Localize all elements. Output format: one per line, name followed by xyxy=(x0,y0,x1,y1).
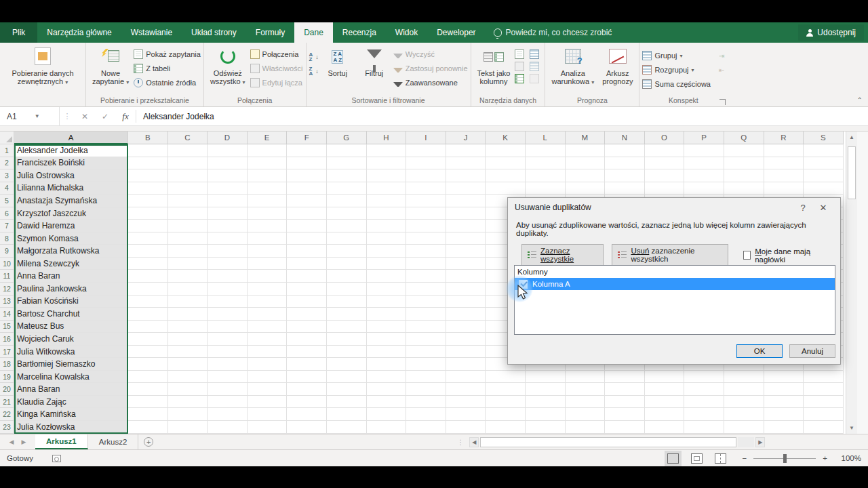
column-header-c[interactable]: C xyxy=(168,131,208,144)
grid-cell-a7[interactable]: Dawid Haremza xyxy=(14,220,128,232)
grid-cell-f21[interactable] xyxy=(287,396,327,409)
tab-splitter-icon[interactable]: ⋮ xyxy=(457,434,464,449)
grid-cell-j16[interactable] xyxy=(446,333,486,346)
grid-cell-j3[interactable] xyxy=(446,169,486,182)
grid-cell-e7[interactable] xyxy=(248,220,288,232)
grid-cell-a8[interactable]: Szymon Komasa xyxy=(14,232,128,245)
grid-cell-e1[interactable] xyxy=(248,144,288,157)
grid-cell-g19[interactable] xyxy=(327,371,367,384)
grid-cell-g16[interactable] xyxy=(327,333,367,346)
grid-cell-s19[interactable] xyxy=(804,371,844,384)
grid-cell-i4[interactable] xyxy=(406,182,446,195)
refresh-all-button[interactable]: Odśwież wszystko ▾ xyxy=(207,45,249,94)
grid-cell-b7[interactable] xyxy=(128,220,168,232)
grid-cell-i15[interactable] xyxy=(406,321,446,333)
grid-cell-l4[interactable] xyxy=(526,182,566,195)
grid-cell-c6[interactable] xyxy=(168,207,208,220)
grid-cell-h22[interactable] xyxy=(367,408,407,421)
grid-cell-e21[interactable] xyxy=(248,396,288,409)
grid-cell-e16[interactable] xyxy=(248,333,288,346)
column-header-p[interactable]: P xyxy=(684,131,724,144)
grid-cell-i23[interactable] xyxy=(406,421,446,434)
grid-cell-b17[interactable] xyxy=(128,346,168,359)
grid-cell-o19[interactable] xyxy=(645,371,685,384)
column-header-e[interactable]: E xyxy=(248,131,288,144)
grid-cell-g5[interactable] xyxy=(327,195,367,207)
grid-cell-k2[interactable] xyxy=(486,157,526,170)
grid-cell-d17[interactable] xyxy=(208,346,248,359)
manage-data-model-icon[interactable] xyxy=(515,74,524,83)
grid-cell-e5[interactable] xyxy=(248,195,288,207)
grid-cell-h4[interactable] xyxy=(367,182,407,195)
grid-cell-d2[interactable] xyxy=(208,157,248,170)
grid-cell-i9[interactable] xyxy=(406,245,446,258)
grid-cell-k19[interactable] xyxy=(486,371,526,384)
grid-cell-a17[interactable]: Julia Witkowska xyxy=(14,346,128,359)
unselect-all-button[interactable]: Usuń zaznaczenie wszystkich xyxy=(612,244,728,266)
grid-cell-n23[interactable] xyxy=(605,421,645,434)
grid-cell-q1[interactable] xyxy=(724,144,764,157)
grid-cell-j14[interactable] xyxy=(446,308,486,321)
grid-cell-g20[interactable] xyxy=(327,383,367,396)
outline-dialog-launcher-icon[interactable] xyxy=(719,99,726,105)
forecast-sheet-button[interactable]: Arkusz prognozy xyxy=(599,45,636,94)
grid-cell-j10[interactable] xyxy=(446,258,486,270)
grid-cell-f18[interactable] xyxy=(287,358,327,371)
grid-cell-q23[interactable] xyxy=(724,421,764,434)
remove-duplicates-icon[interactable] xyxy=(530,49,539,59)
grid-cell-q4[interactable] xyxy=(724,182,764,195)
grid-cell-a21[interactable]: Klaudia Zając xyxy=(14,396,128,409)
grid-cell-h11[interactable] xyxy=(367,270,407,283)
grid-cell-f23[interactable] xyxy=(287,421,327,434)
grid-cell-i18[interactable] xyxy=(406,358,446,371)
grid-cell-a6[interactable]: Krzysztof Jaszczuk xyxy=(14,207,128,220)
grid-cell-k3[interactable] xyxy=(486,169,526,182)
collapse-ribbon-icon[interactable]: ⌃ xyxy=(857,96,863,104)
row-header-17[interactable]: 17 xyxy=(0,346,14,359)
row-header-18[interactable]: 18 xyxy=(0,358,14,371)
grid-cell-o23[interactable] xyxy=(645,421,685,434)
grid-cell-e13[interactable] xyxy=(248,296,288,308)
grid-cell-i14[interactable] xyxy=(406,308,446,321)
grid-cell-f10[interactable] xyxy=(287,258,327,270)
column-header-q[interactable]: Q xyxy=(724,131,764,144)
row-header-1[interactable]: 1 xyxy=(0,144,14,157)
grid-cell-s22[interactable] xyxy=(804,408,844,421)
grid-cell-h12[interactable] xyxy=(367,283,407,296)
grid-cell-n1[interactable] xyxy=(605,144,645,157)
column-header-g[interactable]: G xyxy=(327,131,367,144)
tab-plik[interactable]: Plik xyxy=(0,22,37,43)
grid-cell-g11[interactable] xyxy=(327,270,367,283)
horizontal-scrollbar[interactable]: ◀ ▶ xyxy=(469,434,765,449)
grid-cell-q2[interactable] xyxy=(724,157,764,170)
grid-cell-d19[interactable] xyxy=(208,371,248,384)
column-header-j[interactable]: J xyxy=(446,131,486,144)
zoom-slider[interactable] xyxy=(753,458,816,459)
grid-cell-r1[interactable] xyxy=(764,144,804,157)
grid-cell-q3[interactable] xyxy=(724,169,764,182)
group-button[interactable]: Grupuj ▾ xyxy=(642,49,711,62)
grid-cell-p2[interactable] xyxy=(684,157,724,170)
grid-cell-g2[interactable] xyxy=(327,157,367,170)
grid-cell-b14[interactable] xyxy=(128,308,168,321)
grid-cell-b15[interactable] xyxy=(128,321,168,333)
grid-cell-c11[interactable] xyxy=(168,270,208,283)
grid-cell-j22[interactable] xyxy=(446,408,486,421)
get-external-data-button[interactable]: Pobieranie danych zewnętrznych ▾ xyxy=(3,45,83,94)
grid-cell-a3[interactable]: Julia Ostrowska xyxy=(14,169,128,182)
filter-button[interactable]: Filtruj xyxy=(357,45,392,94)
tab-narz-dzia-g-wne[interactable]: Narzędzia główne xyxy=(37,22,121,43)
grid-cell-e14[interactable] xyxy=(248,308,288,321)
row-header-19[interactable]: 19 xyxy=(0,371,14,384)
row-header-8[interactable]: 8 xyxy=(0,232,14,245)
prev-sheet-icon[interactable]: ◀ xyxy=(9,439,14,445)
grid-cell-f14[interactable] xyxy=(287,308,327,321)
grid-cell-p4[interactable] xyxy=(684,182,724,195)
column-header-d[interactable]: D xyxy=(208,131,248,144)
grid-cell-j23[interactable] xyxy=(446,421,486,434)
grid-cell-p3[interactable] xyxy=(684,169,724,182)
grid-cell-h3[interactable] xyxy=(367,169,407,182)
grid-cell-l2[interactable] xyxy=(526,157,566,170)
grid-cell-e18[interactable] xyxy=(248,358,288,371)
grid-cell-k4[interactable] xyxy=(486,182,526,195)
